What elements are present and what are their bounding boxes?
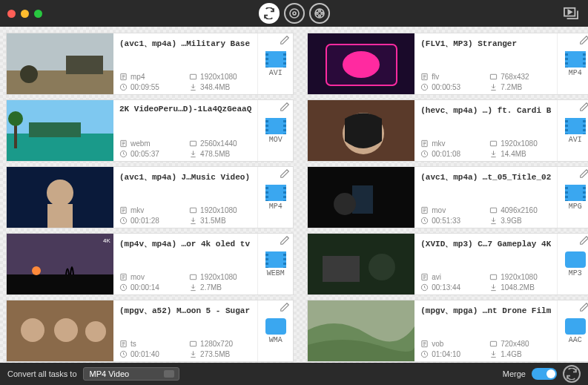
video-duration: 00:05:37 bbox=[119, 150, 182, 158]
video-filesize: 1.4GB bbox=[489, 350, 551, 358]
video-container: webm bbox=[119, 139, 182, 148]
edit-tile-button[interactable] bbox=[579, 35, 588, 45]
edit-tile-button[interactable] bbox=[579, 168, 588, 179]
titlebar bbox=[0, 0, 588, 27]
video-duration: 00:00:53 bbox=[420, 83, 482, 91]
svg-point-61 bbox=[54, 318, 78, 342]
video-thumbnail[interactable] bbox=[7, 300, 113, 361]
svg-rect-57 bbox=[491, 274, 497, 279]
video-tile[interactable]: (mpgv、mpga) …nt Drone Film vob 720x480 0… bbox=[307, 300, 588, 362]
output-format-select[interactable]: MP4 Video bbox=[83, 367, 179, 381]
video-thumbnail[interactable] bbox=[7, 100, 113, 161]
reel-icon bbox=[314, 7, 326, 19]
video-grid: (avc1、mp4a) …Military Base mp4 1920x1080… bbox=[0, 27, 588, 363]
svg-point-3 bbox=[318, 10, 320, 12]
convert-tab-button[interactable] bbox=[259, 3, 280, 24]
video-thumbnail[interactable] bbox=[7, 33, 113, 94]
video-filesize: 1048.2MB bbox=[489, 283, 551, 292]
svg-rect-22 bbox=[7, 134, 113, 161]
video-tile[interactable]: (avc1、mp4a) …Military Base mp4 1920x1080… bbox=[6, 33, 294, 95]
video-container: mov bbox=[119, 273, 182, 281]
svg-point-60 bbox=[21, 318, 44, 342]
start-convert-button[interactable] bbox=[563, 365, 581, 383]
close-window-button[interactable] bbox=[7, 10, 16, 18]
video-container: ts bbox=[119, 340, 182, 348]
svg-text:4K: 4K bbox=[103, 237, 110, 244]
output-format-label: MP4 bbox=[269, 203, 283, 211]
video-container: mov bbox=[420, 206, 482, 214]
video-duration: 00:13:44 bbox=[420, 283, 482, 292]
merge-toggle[interactable] bbox=[532, 368, 557, 380]
video-tab-button[interactable] bbox=[309, 3, 330, 24]
video-thumbnail[interactable] bbox=[308, 100, 414, 161]
video-resolution: 1920x1080 bbox=[489, 139, 551, 148]
edit-tile-button[interactable] bbox=[280, 35, 290, 45]
video-title: (XVID、mp3) C…7 Gameplay 4K bbox=[420, 238, 551, 249]
edit-tile-button[interactable] bbox=[280, 302, 290, 312]
video-tile[interactable]: 4K (mp4v、mp4a) …or 4k oled tv mov 1920x1… bbox=[6, 233, 294, 295]
video-resolution: 1920x1080 bbox=[189, 206, 251, 214]
video-resolution: 2560x1440 bbox=[189, 139, 251, 148]
video-format-icon bbox=[265, 118, 286, 134]
edit-tile-button[interactable] bbox=[579, 235, 588, 246]
video-thumbnail[interactable] bbox=[308, 33, 414, 94]
disc-icon bbox=[288, 7, 300, 19]
video-format-icon bbox=[565, 118, 586, 134]
svg-point-48 bbox=[32, 266, 41, 275]
audio-format-icon bbox=[565, 251, 586, 268]
video-title: 2K VideoPeru…D)-1La4QzGeaaQ bbox=[119, 105, 251, 113]
edit-tile-button[interactable] bbox=[280, 235, 290, 246]
video-thumbnail[interactable] bbox=[7, 167, 113, 228]
video-duration: 00:01:28 bbox=[119, 217, 182, 225]
audio-format-icon bbox=[565, 318, 586, 335]
svg-point-62 bbox=[85, 321, 106, 342]
edit-tile-button[interactable] bbox=[280, 102, 290, 112]
video-title: (mp4v、mp4a) …or 4k oled tv bbox=[119, 238, 251, 249]
video-thumbnail[interactable] bbox=[308, 234, 414, 294]
output-format-value: MP4 Video bbox=[90, 369, 130, 378]
video-tile[interactable]: (FLV1、MP3) Stranger flv 768x432 00:00:53… bbox=[307, 33, 588, 95]
svg-rect-36 bbox=[47, 204, 73, 228]
video-tile[interactable]: (mpgv、a52) M…oon 5 - Sugar ts 1280x720 0… bbox=[6, 300, 294, 362]
video-tile[interactable]: (avc1、mp4a) J…Music Video) mkv 1920x1080… bbox=[6, 166, 294, 228]
playlist-button[interactable] bbox=[561, 5, 581, 22]
video-title: (avc1、mp4a) …Military Base bbox=[119, 38, 251, 49]
zoom-window-button[interactable] bbox=[34, 10, 42, 18]
svg-point-42 bbox=[334, 193, 356, 215]
output-format-label: MP4 bbox=[569, 69, 582, 77]
video-thumbnail[interactable]: 4K bbox=[7, 234, 113, 294]
edit-tile-button[interactable] bbox=[579, 102, 588, 112]
video-thumbnail[interactable] bbox=[308, 300, 414, 361]
video-tile[interactable]: 2K VideoPeru…D)-1La4QzGeaaQ webm 2560x14… bbox=[6, 99, 294, 162]
video-resolution: 1920x1080 bbox=[189, 73, 251, 81]
disc-tab-button[interactable] bbox=[284, 3, 305, 24]
edit-tile-button[interactable] bbox=[280, 168, 290, 179]
audio-format-icon bbox=[265, 318, 286, 335]
svg-point-0 bbox=[290, 9, 299, 18]
svg-rect-47 bbox=[7, 274, 113, 294]
video-tile[interactable]: (XVID、mp3) C…7 Gameplay 4K avi 1920x1080… bbox=[307, 233, 588, 295]
video-thumbnail[interactable] bbox=[308, 167, 414, 228]
video-format-icon bbox=[565, 185, 586, 201]
refresh-icon bbox=[263, 7, 275, 19]
svg-rect-64 bbox=[190, 341, 196, 346]
svg-rect-68 bbox=[491, 341, 497, 346]
video-filesize: 273.5MB bbox=[189, 350, 251, 358]
video-title: (mpgv、mpga) …nt Drone Film bbox=[420, 305, 551, 316]
video-duration: 00:00:14 bbox=[119, 283, 182, 292]
video-title: (mpgv、a52) M…oon 5 - Sugar bbox=[119, 305, 251, 316]
svg-point-25 bbox=[8, 111, 23, 126]
minimize-window-button[interactable] bbox=[21, 10, 29, 18]
svg-point-5 bbox=[316, 13, 318, 15]
output-format-label: AVI bbox=[569, 136, 582, 144]
video-duration: 00:51:33 bbox=[420, 217, 482, 225]
video-container: flv bbox=[420, 73, 482, 81]
video-tile[interactable]: (hevc、mp4a) …) ft. Cardi B mkv 1920x1080… bbox=[307, 99, 588, 162]
output-format-label: MP3 bbox=[569, 269, 582, 277]
video-tile[interactable]: (avc1、mp4a) …t_05_Title_02 mov 4096x2160… bbox=[307, 166, 588, 228]
merge-label: Merge bbox=[503, 369, 526, 378]
video-resolution: 768x432 bbox=[489, 73, 551, 81]
output-format-label: WEBM bbox=[267, 269, 285, 277]
edit-tile-button[interactable] bbox=[579, 302, 588, 312]
video-resolution: 1280x720 bbox=[189, 340, 251, 348]
